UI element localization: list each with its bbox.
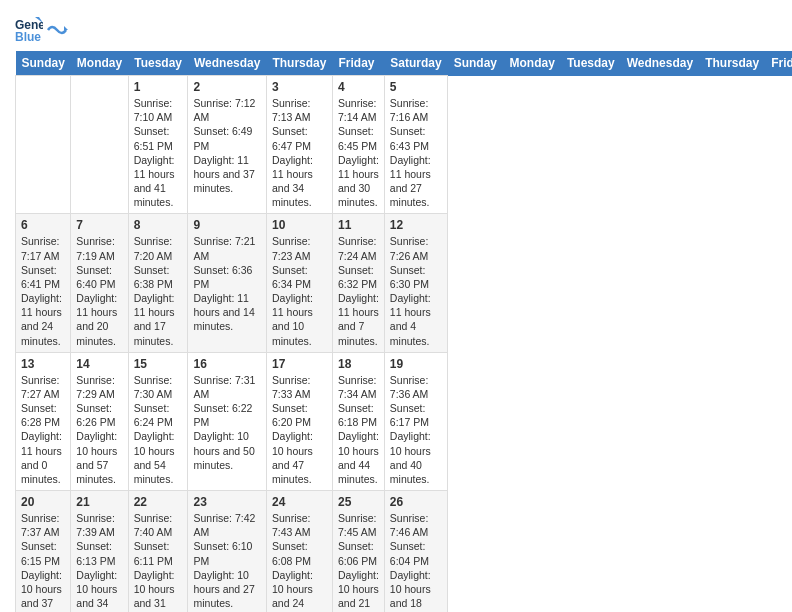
day-number: 12 [390, 218, 442, 232]
cell-content: Sunrise: 7:17 AMSunset: 6:41 PMDaylight:… [21, 234, 65, 347]
cell-content: Sunrise: 7:31 AMSunset: 6:22 PMDaylight:… [193, 373, 260, 472]
day-header-sunday: Sunday [448, 51, 504, 76]
calendar-cell: 12Sunrise: 7:26 AMSunset: 6:30 PMDayligh… [384, 214, 447, 352]
day-number: 13 [21, 357, 65, 371]
cell-content: Sunrise: 7:21 AMSunset: 6:36 PMDaylight:… [193, 234, 260, 333]
cell-content: Sunrise: 7:46 AMSunset: 6:04 PMDaylight:… [390, 511, 442, 612]
calendar-week-2: 6Sunrise: 7:17 AMSunset: 6:41 PMDaylight… [16, 214, 793, 352]
calendar-cell: 8Sunrise: 7:20 AMSunset: 6:38 PMDaylight… [128, 214, 188, 352]
day-number: 6 [21, 218, 65, 232]
day-number: 11 [338, 218, 379, 232]
cell-content: Sunrise: 7:12 AMSunset: 6:49 PMDaylight:… [193, 96, 260, 195]
calendar-cell: 26Sunrise: 7:46 AMSunset: 6:04 PMDayligh… [384, 491, 447, 612]
calendar-cell: 20Sunrise: 7:37 AMSunset: 6:15 PMDayligh… [16, 491, 71, 612]
day-number: 22 [134, 495, 183, 509]
calendar-cell: 14Sunrise: 7:29 AMSunset: 6:26 PMDayligh… [71, 352, 128, 490]
day-number: 14 [76, 357, 122, 371]
calendar-cell: 11Sunrise: 7:24 AMSunset: 6:32 PMDayligh… [332, 214, 384, 352]
calendar-cell: 18Sunrise: 7:34 AMSunset: 6:18 PMDayligh… [332, 352, 384, 490]
calendar-cell: 9Sunrise: 7:21 AMSunset: 6:36 PMDaylight… [188, 214, 266, 352]
day-header-monday: Monday [504, 51, 561, 76]
day-number: 7 [76, 218, 122, 232]
calendar-week-4: 20Sunrise: 7:37 AMSunset: 6:15 PMDayligh… [16, 491, 793, 612]
calendar-cell: 21Sunrise: 7:39 AMSunset: 6:13 PMDayligh… [71, 491, 128, 612]
calendar-week-3: 13Sunrise: 7:27 AMSunset: 6:28 PMDayligh… [16, 352, 793, 490]
day-number: 4 [338, 80, 379, 94]
day-header-wednesday: Wednesday [621, 51, 699, 76]
calendar-cell: 23Sunrise: 7:42 AMSunset: 6:10 PMDayligh… [188, 491, 266, 612]
logo-wave-icon [46, 22, 68, 38]
cell-content: Sunrise: 7:37 AMSunset: 6:15 PMDaylight:… [21, 511, 65, 612]
day-header-friday: Friday [332, 51, 384, 76]
calendar-cell: 17Sunrise: 7:33 AMSunset: 6:20 PMDayligh… [266, 352, 332, 490]
day-number: 15 [134, 357, 183, 371]
day-number: 23 [193, 495, 260, 509]
day-number: 19 [390, 357, 442, 371]
cell-content: Sunrise: 7:20 AMSunset: 6:38 PMDaylight:… [134, 234, 183, 347]
day-number: 18 [338, 357, 379, 371]
day-number: 1 [134, 80, 183, 94]
cell-content: Sunrise: 7:43 AMSunset: 6:08 PMDaylight:… [272, 511, 327, 612]
day-header-monday: Monday [71, 51, 128, 76]
calendar-cell: 24Sunrise: 7:43 AMSunset: 6:08 PMDayligh… [266, 491, 332, 612]
svg-marker-3 [64, 26, 68, 30]
day-number: 20 [21, 495, 65, 509]
cell-content: Sunrise: 7:45 AMSunset: 6:06 PMDaylight:… [338, 511, 379, 612]
cell-content: Sunrise: 7:26 AMSunset: 6:30 PMDaylight:… [390, 234, 442, 347]
cell-content: Sunrise: 7:34 AMSunset: 6:18 PMDaylight:… [338, 373, 379, 486]
cell-content: Sunrise: 7:23 AMSunset: 6:34 PMDaylight:… [272, 234, 327, 347]
cell-content: Sunrise: 7:10 AMSunset: 6:51 PMDaylight:… [134, 96, 183, 209]
cell-content: Sunrise: 7:36 AMSunset: 6:17 PMDaylight:… [390, 373, 442, 486]
calendar-cell: 16Sunrise: 7:31 AMSunset: 6:22 PMDayligh… [188, 352, 266, 490]
svg-text:Blue: Blue [15, 30, 41, 43]
calendar-cell: 22Sunrise: 7:40 AMSunset: 6:11 PMDayligh… [128, 491, 188, 612]
day-header-saturday: Saturday [384, 51, 447, 76]
cell-content: Sunrise: 7:14 AMSunset: 6:45 PMDaylight:… [338, 96, 379, 209]
day-number: 25 [338, 495, 379, 509]
day-header-thursday: Thursday [266, 51, 332, 76]
calendar-cell: 2Sunrise: 7:12 AMSunset: 6:49 PMDaylight… [188, 76, 266, 214]
cell-content: Sunrise: 7:16 AMSunset: 6:43 PMDaylight:… [390, 96, 442, 209]
logo: General Blue [15, 10, 69, 43]
cell-content: Sunrise: 7:42 AMSunset: 6:10 PMDaylight:… [193, 511, 260, 610]
calendar-cell: 25Sunrise: 7:45 AMSunset: 6:06 PMDayligh… [332, 491, 384, 612]
day-header-sunday: Sunday [16, 51, 71, 76]
cell-content: Sunrise: 7:19 AMSunset: 6:40 PMDaylight:… [76, 234, 122, 347]
calendar-cell: 15Sunrise: 7:30 AMSunset: 6:24 PMDayligh… [128, 352, 188, 490]
calendar-table: SundayMondayTuesdayWednesdayThursdayFrid… [15, 51, 792, 612]
calendar-header-row: SundayMondayTuesdayWednesdayThursdayFrid… [16, 51, 793, 76]
cell-content: Sunrise: 7:29 AMSunset: 6:26 PMDaylight:… [76, 373, 122, 486]
day-number: 5 [390, 80, 442, 94]
calendar-cell: 13Sunrise: 7:27 AMSunset: 6:28 PMDayligh… [16, 352, 71, 490]
day-number: 21 [76, 495, 122, 509]
day-number: 16 [193, 357, 260, 371]
day-header-tuesday: Tuesday [128, 51, 188, 76]
cell-content: Sunrise: 7:30 AMSunset: 6:24 PMDaylight:… [134, 373, 183, 486]
day-number: 3 [272, 80, 327, 94]
calendar-week-1: 1Sunrise: 7:10 AMSunset: 6:51 PMDaylight… [16, 76, 793, 214]
calendar-cell: 3Sunrise: 7:13 AMSunset: 6:47 PMDaylight… [266, 76, 332, 214]
calendar-cell [71, 76, 128, 214]
calendar-cell: 5Sunrise: 7:16 AMSunset: 6:43 PMDaylight… [384, 76, 447, 214]
calendar-cell: 4Sunrise: 7:14 AMSunset: 6:45 PMDaylight… [332, 76, 384, 214]
day-number: 24 [272, 495, 327, 509]
cell-content: Sunrise: 7:27 AMSunset: 6:28 PMDaylight:… [21, 373, 65, 486]
cell-content: Sunrise: 7:24 AMSunset: 6:32 PMDaylight:… [338, 234, 379, 347]
day-number: 17 [272, 357, 327, 371]
logo-icon: General Blue [15, 15, 43, 43]
day-header-friday: Friday [765, 51, 792, 76]
calendar-cell: 7Sunrise: 7:19 AMSunset: 6:40 PMDaylight… [71, 214, 128, 352]
calendar-cell [16, 76, 71, 214]
day-number: 2 [193, 80, 260, 94]
day-number: 8 [134, 218, 183, 232]
cell-content: Sunrise: 7:13 AMSunset: 6:47 PMDaylight:… [272, 96, 327, 209]
cell-content: Sunrise: 7:40 AMSunset: 6:11 PMDaylight:… [134, 511, 183, 612]
calendar-cell: 6Sunrise: 7:17 AMSunset: 6:41 PMDaylight… [16, 214, 71, 352]
day-number: 10 [272, 218, 327, 232]
day-number: 9 [193, 218, 260, 232]
calendar-cell: 10Sunrise: 7:23 AMSunset: 6:34 PMDayligh… [266, 214, 332, 352]
day-header-tuesday: Tuesday [561, 51, 621, 76]
day-header-thursday: Thursday [699, 51, 765, 76]
day-header-wednesday: Wednesday [188, 51, 266, 76]
cell-content: Sunrise: 7:39 AMSunset: 6:13 PMDaylight:… [76, 511, 122, 612]
